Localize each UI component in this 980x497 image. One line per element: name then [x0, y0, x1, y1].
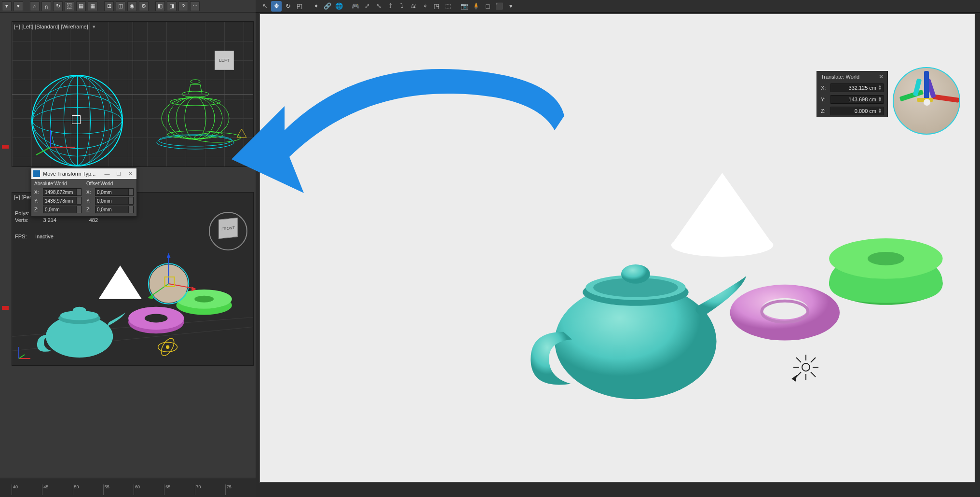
persp-scene: [12, 193, 253, 365]
move-transform-dialog[interactable]: Move Transform Typ... — ☐ ✕ Absolute:Wor…: [31, 168, 137, 217]
viewport-left-header[interactable]: [+] [Left] [Standard] [Wireframe] ▾: [14, 24, 95, 30]
track-marker-icon: [2, 306, 9, 310]
spinner-arrows-icon[interactable]: [76, 197, 81, 204]
timeline-tick[interactable]: 70: [195, 484, 225, 495]
toolbar-btn-7[interactable]: ▦: [88, 1, 97, 11]
toolbar-btn-12[interactable]: ◧: [155, 1, 165, 11]
timeline-tick[interactable]: 50: [73, 484, 103, 495]
toolbar-btn-15[interactable]: ⋯: [190, 1, 200, 11]
max-main-toolbar: ▾ ▾ ⌂ ⎌ ↻ ⿴ ▦ ▦ ⊞ ◫ ◉ ⚙ ◧ ◨ ? ⋯: [0, 0, 256, 13]
toolbar-btn-8[interactable]: ⊞: [104, 1, 114, 11]
tool-snap-e[interactable]: ≋: [408, 1, 419, 12]
spinner-arrows-icon[interactable]: [128, 206, 133, 213]
tool-joystick[interactable]: 🎮: [350, 1, 361, 12]
tool-move[interactable]: ✥: [271, 1, 282, 12]
render-green-disk: [829, 238, 943, 305]
tool-snap-b[interactable]: ⤡: [373, 1, 384, 12]
tool-snap-h[interactable]: ⬚: [443, 1, 453, 12]
spinner-arrows-icon[interactable]: [128, 197, 133, 204]
c4d-viewport[interactable]: Translate: World ✕ X: 332.125 cm▲▼ Y: 14…: [259, 14, 975, 483]
abs-y-input[interactable]: [43, 197, 82, 205]
viewport-left[interactable]: [+] [Left] [Standard] [Wireframe] ▾ LEFT: [12, 21, 254, 167]
abs-z-input[interactable]: [43, 206, 82, 213]
timeline[interactable]: 40 45 50 55 60 65 70 75: [0, 478, 256, 497]
tool-axis[interactable]: ✦: [311, 1, 321, 12]
svg-marker-22: [98, 265, 142, 299]
absolute-header: Absolute:World: [34, 181, 82, 186]
off-y-input[interactable]: [95, 197, 134, 205]
timeline-tick[interactable]: 75: [225, 484, 256, 495]
wireframe-teapot-group[interactable]: [142, 65, 248, 152]
translate-panel[interactable]: Translate: World ✕ X: 332.125 cm▲▼ Y: 14…: [817, 71, 888, 117]
svg-point-9: [182, 91, 209, 97]
viewcube-face-label: LEFT: [219, 58, 230, 63]
off-x-input[interactable]: [95, 188, 134, 196]
max-panel-root: ▾ ▾ ⌂ ⎌ ↻ ⿴ ▦ ▦ ⊞ ◫ ◉ ⚙ ◧ ◨ ? ⋯ [+] [Lef…: [0, 0, 256, 497]
tool-scale[interactable]: ◰: [294, 1, 305, 12]
translate-z-value[interactable]: 0.000 cm▲▼: [830, 107, 884, 115]
timeline-tick[interactable]: 40: [12, 484, 42, 495]
svg-point-10: [191, 80, 200, 83]
viewport-perspective[interactable]: [+] [Per Polys:6 352960 Verts:3 214482 F…: [12, 192, 254, 366]
viewport-left-label[interactable]: [+] [Left] [Standard] [Wireframe]: [14, 24, 88, 29]
timeline-tick[interactable]: 45: [42, 484, 72, 495]
c4d-viewport-toolbar: ↖ ✥ ↻ ◰ ✦ 🔗 🌐 🎮 ⤢ ⤡ ⤴ ⤵ ≋ ✧ ◳ ⬚ 📷 🧍 ◻ ⬛ …: [256, 0, 980, 13]
toolbar-btn-0[interactable]: ▾: [2, 1, 12, 11]
toolbar-btn-1[interactable]: ▾: [14, 1, 23, 11]
off-z-input[interactable]: [95, 206, 134, 213]
tool-rotate[interactable]: ↻: [283, 1, 293, 12]
translate-y-value[interactable]: 143.698 cm▲▼: [830, 95, 884, 104]
off-z-label: Z:: [86, 207, 93, 212]
spinner-arrows-icon[interactable]: [76, 206, 81, 213]
tool-frame-a[interactable]: ◻: [482, 1, 493, 12]
maximize-button[interactable]: ☐: [114, 170, 123, 177]
toolbar-btn-10[interactable]: ◉: [127, 1, 137, 11]
tool-select[interactable]: ↖: [259, 1, 270, 12]
tool-snap-g[interactable]: ◳: [431, 1, 442, 12]
toolbar-btn-2[interactable]: ⌂: [30, 1, 40, 11]
selection-handle-icon[interactable]: [72, 115, 81, 124]
light-object-icon[interactable]: [790, 352, 821, 383]
translate-panel-close[interactable]: ✕: [879, 73, 884, 80]
tool-dropdown[interactable]: ▾: [505, 1, 516, 12]
tool-link[interactable]: 🔗: [322, 1, 333, 12]
svg-line-62: [811, 372, 816, 377]
tool-snap-c[interactable]: ⤴: [385, 1, 395, 12]
toolbar-btn-3[interactable]: ⎌: [41, 1, 51, 11]
timeline-ticks[interactable]: 40 45 50 55 60 65 70 75: [12, 484, 256, 495]
abs-x-input[interactable]: [43, 188, 82, 196]
toolbar-btn-11[interactable]: ⚙: [139, 1, 149, 11]
axis-y: [133, 22, 133, 166]
dialog-app-icon: [33, 170, 40, 177]
spinner-arrows-icon[interactable]: [128, 189, 133, 195]
dialog-titlebar[interactable]: Move Transform Typ... — ☐ ✕: [31, 168, 136, 179]
viewport-menu-icon[interactable]: ▾: [93, 24, 95, 30]
toolbar-btn-9[interactable]: ◫: [116, 1, 125, 11]
tool-snap-d[interactable]: ⤵: [396, 1, 407, 12]
tool-snap-f[interactable]: ✧: [420, 1, 430, 12]
timeline-tick[interactable]: 65: [164, 484, 194, 495]
toolbar-btn-13[interactable]: ◨: [167, 1, 177, 11]
toolbar-btn-6[interactable]: ▦: [76, 1, 86, 11]
timeline-tick[interactable]: 55: [103, 484, 134, 495]
tool-snap-a[interactable]: ⤢: [362, 1, 372, 12]
tool-camera[interactable]: 📷: [459, 1, 470, 12]
minimize-button[interactable]: —: [103, 170, 111, 177]
tool-figure[interactable]: 🧍: [471, 1, 481, 12]
navigation-sphere[interactable]: [893, 67, 960, 135]
svg-point-6: [185, 97, 206, 139]
toolbar-btn-14[interactable]: ?: [178, 1, 188, 11]
toolbar-btn-5[interactable]: ⿴: [65, 1, 74, 11]
translate-y-label: Y:: [821, 97, 828, 102]
svg-point-50: [671, 234, 774, 257]
spinner-arrows-icon[interactable]: [76, 189, 81, 195]
svg-point-35: [73, 307, 86, 315]
tool-world[interactable]: 🌐: [334, 1, 344, 12]
translate-x-value[interactable]: 332.125 cm▲▼: [830, 83, 884, 92]
timeline-tick[interactable]: 60: [134, 484, 164, 495]
toolbar-btn-4[interactable]: ↻: [53, 1, 63, 11]
off-y-label: Y:: [86, 198, 93, 204]
svg-point-5: [176, 97, 215, 139]
tool-frame-b[interactable]: ⬛: [494, 1, 504, 12]
close-button[interactable]: ✕: [126, 170, 135, 177]
